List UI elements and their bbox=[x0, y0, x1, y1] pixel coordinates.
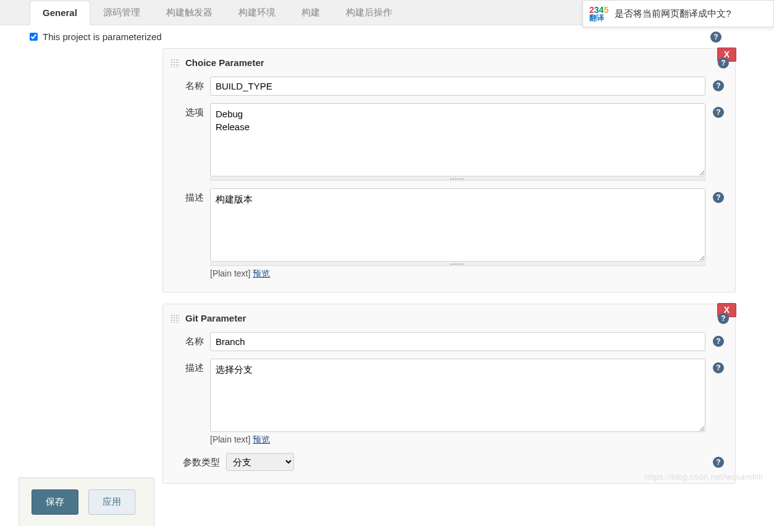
parameterized-checkbox[interactable] bbox=[30, 33, 38, 41]
parameterized-label: This project is parameterized bbox=[43, 31, 162, 42]
preview-link[interactable]: 预览 bbox=[253, 268, 270, 278]
tab-scm[interactable]: 源码管理 bbox=[90, 0, 153, 25]
desc-textarea[interactable] bbox=[210, 359, 705, 432]
logo-digit: 4 bbox=[599, 6, 604, 14]
options-label: 选项 bbox=[182, 103, 204, 118]
help-icon[interactable] bbox=[713, 80, 724, 91]
logo-digit: 5 bbox=[604, 6, 608, 14]
paramtype-select[interactable]: 分支 bbox=[226, 453, 294, 471]
tab-general[interactable]: General bbox=[30, 1, 90, 25]
help-icon[interactable] bbox=[718, 57, 729, 69]
tab-env[interactable]: 构建环境 bbox=[225, 0, 288, 25]
options-textarea[interactable] bbox=[210, 103, 705, 177]
paramtype-label: 参数类型 bbox=[182, 453, 220, 468]
plaintext-label: [Plain text] bbox=[210, 268, 250, 278]
logo-sub: 翻译 bbox=[589, 14, 608, 22]
content-area: This project is parameterized X Choice P… bbox=[0, 25, 747, 484]
translate-prompt-text: 是否将当前网页翻译成中文? bbox=[615, 8, 731, 20]
section-title: Choice Parameter bbox=[185, 57, 725, 68]
translate-popup[interactable]: 2 3 4 5 翻译 是否将当前网页翻译成中文? bbox=[583, 0, 774, 27]
save-button[interactable]: 保存 bbox=[32, 489, 78, 495]
desc-textarea[interactable] bbox=[210, 188, 705, 262]
drag-handle-icon[interactable] bbox=[170, 314, 179, 323]
watermark: https://blog.csdn.net/wcsandlili bbox=[644, 472, 763, 481]
tab-triggers[interactable]: 构建触发器 bbox=[153, 0, 225, 25]
desc-label: 描述 bbox=[182, 188, 204, 204]
resize-handle[interactable] bbox=[210, 262, 705, 266]
help-icon[interactable] bbox=[713, 107, 724, 118]
resize-handle[interactable] bbox=[210, 177, 705, 181]
apply-button[interactable]: 应用 bbox=[88, 489, 135, 495]
help-icon[interactable] bbox=[718, 313, 729, 324]
help-icon[interactable] bbox=[713, 336, 724, 347]
tab-build[interactable]: 构建 bbox=[288, 0, 333, 25]
help-icon[interactable] bbox=[710, 31, 721, 43]
bottom-bar: 保存 应用 bbox=[19, 478, 154, 495]
preview-link[interactable]: 预览 bbox=[253, 434, 270, 444]
logo-digit: 3 bbox=[594, 6, 599, 14]
help-icon[interactable] bbox=[713, 192, 724, 203]
name-input[interactable] bbox=[210, 332, 705, 351]
name-label: 名称 bbox=[182, 332, 204, 347]
tab-post[interactable]: 构建后操作 bbox=[333, 0, 405, 25]
drag-handle-icon[interactable] bbox=[170, 59, 179, 67]
translate-logo: 2 3 4 5 翻译 bbox=[589, 6, 608, 22]
desc-label: 描述 bbox=[182, 359, 204, 374]
choice-parameter-block: X Choice Parameter 名称 选项 bbox=[162, 48, 736, 293]
plaintext-label: [Plain text] bbox=[210, 434, 250, 444]
section-title: Git Parameter bbox=[185, 313, 725, 323]
help-icon[interactable] bbox=[713, 457, 724, 468]
git-parameter-block: X Git Parameter 名称 描述 bbox=[162, 304, 736, 484]
name-label: 名称 bbox=[182, 77, 204, 92]
help-icon[interactable] bbox=[713, 362, 724, 373]
logo-digit: 2 bbox=[589, 6, 594, 14]
name-input[interactable] bbox=[210, 77, 705, 96]
